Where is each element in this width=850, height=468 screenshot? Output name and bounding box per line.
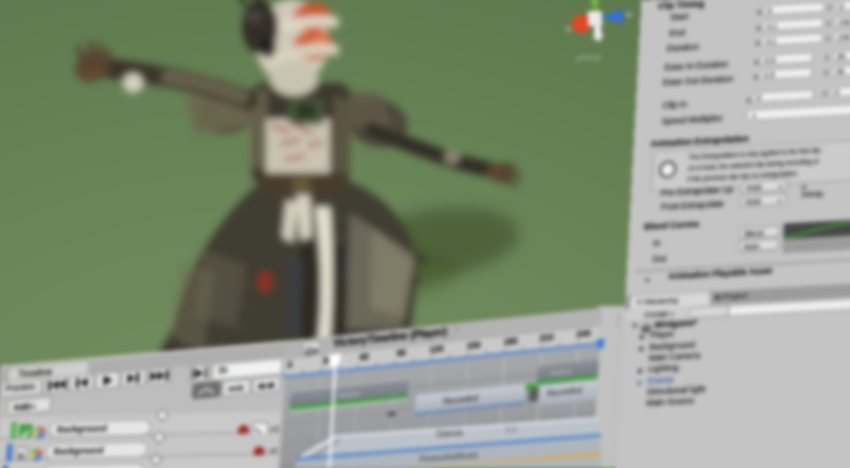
svg-text:1.1: 1.1 <box>506 424 517 434</box>
svg-text:Dance: Dance <box>436 427 463 439</box>
